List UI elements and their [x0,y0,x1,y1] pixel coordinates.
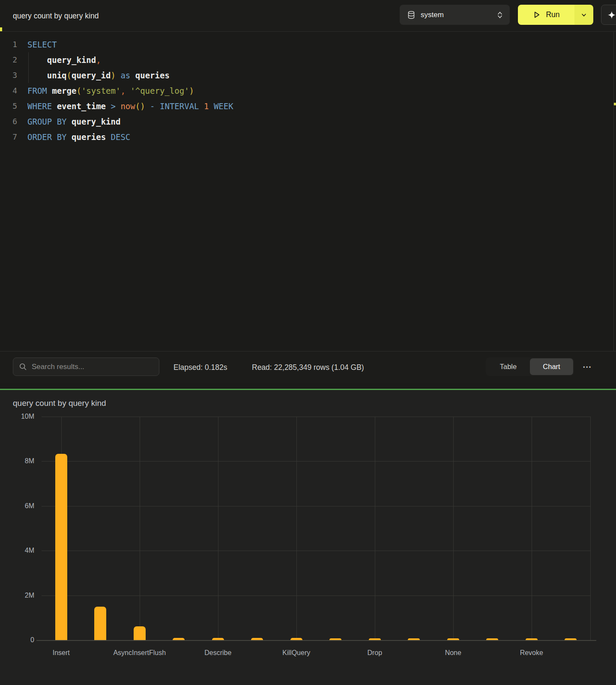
run-options-button[interactable] [574,5,593,25]
gridline-vertical [532,417,532,640]
line-number: 6 [0,114,17,129]
chevron-down-icon [580,12,587,18]
line-number: 5 [0,98,17,114]
x-axis-label: Insert [25,649,98,657]
chart-bar-None[interactable] [447,638,459,640]
search-placeholder: Search results... [32,363,84,371]
gridline-horizontal [42,506,590,506]
gridline-vertical [218,417,218,640]
view-toggle: Table Chart [486,357,574,376]
line-number: 3 [0,68,17,83]
code-line[interactable]: 5WHERE event_time > now() - INTERVAL 1 W… [0,98,616,114]
x-axis-label: None [417,649,490,657]
indent-guide [28,52,29,83]
tab-chart[interactable]: Chart [530,358,573,375]
x-axis-label: Revoke [495,649,568,657]
chart-title: query count by query kind [13,399,106,408]
y-axis-label: 2M [9,592,34,599]
database-icon [407,11,415,19]
x-axis-label: Describe [182,649,254,657]
chart-bar-11[interactable] [486,638,498,640]
editor-scrollbar[interactable] [613,32,614,351]
code-line[interactable]: 4FROM merge('system', '^query_log') [0,83,616,98]
assistant-button[interactable] [601,5,616,25]
chart-bar-Describe[interactable] [212,638,224,640]
chart-bar-Revoke[interactable] [526,638,538,640]
gridline-vertical [590,417,591,640]
search-results-input[interactable]: Search results... [13,357,159,376]
run-button[interactable]: Run [518,5,574,25]
chart-bar-13[interactable] [565,638,577,640]
chart-bar-9[interactable] [408,638,420,640]
line-number: 2 [0,52,17,68]
x-axis-label: Drop [338,649,411,657]
active-tab-indicator [0,27,2,31]
gridline-vertical [140,417,140,640]
elapsed-stat: Elapsed: 0.182s [173,363,227,372]
search-icon [19,363,27,370]
code-text: FROM merge('system', '^query_log') [17,83,194,98]
play-icon [532,11,541,19]
y-axis-label: 4M [9,547,34,554]
gridline-horizontal [42,461,590,462]
y-axis-label: 10M [9,413,34,420]
more-options-button[interactable]: ⋯ [578,357,596,376]
chevron-updown-icon [496,11,504,19]
chart-bar-3[interactable] [173,638,185,640]
chart-bar-7[interactable] [329,638,341,640]
code-text: uniq(query_id) as queries [17,68,170,83]
code-text: SELECT [17,37,57,52]
topbar: query count by query kind system Run [0,0,616,32]
chart-bar-AsyncInsertFlush[interactable] [134,626,146,640]
gridline-vertical [375,417,375,640]
code-text: query_kind, [17,52,101,68]
sql-editor[interactable]: 1SELECT2 query_kind,3 uniq(query_id) as … [0,32,616,351]
gridline-vertical [296,417,297,640]
y-axis-label: 6M [9,502,34,510]
chart-panel: query count by query kind 02M4M6M8M10MIn… [0,390,616,685]
run-button-label: Run [546,10,559,19]
line-number: 1 [0,37,17,52]
code-text: ORDER BY queries DESC [17,129,130,145]
database-selector[interactable]: system [400,5,510,25]
query-title: query count by query kind [13,11,99,20]
read-stat: Read: 22,285,349 rows (1.04 GB) [252,363,364,372]
gridline-horizontal [42,551,590,551]
line-number: 4 [0,83,17,98]
chart-bar-Drop[interactable] [369,638,381,640]
gridline-horizontal [42,596,590,596]
code-text: GROUP BY query_kind [17,114,120,129]
x-axis-line [36,640,596,641]
code-line[interactable]: 7ORDER BY queries DESC [0,129,616,145]
gridline-horizontal [42,417,590,417]
x-axis-label: AsyncInsertFlush [103,649,176,657]
gridline-vertical [453,417,454,640]
chart-bar-Insert[interactable] [55,454,67,640]
chart-bar-5[interactable] [251,638,263,640]
code-text: WHERE event_time > now() - INTERVAL 1 WE… [17,98,233,114]
code-line[interactable]: 3 uniq(query_id) as queries [0,68,616,83]
line-number: 7 [0,129,17,145]
y-axis-label: 8M [9,457,34,465]
y-axis-label: 0 [9,636,34,644]
scrollbar-marker [614,103,616,105]
code-lines: 1SELECT2 query_kind,3 uniq(query_id) as … [0,37,616,145]
chart-bar-KillQuery[interactable] [290,638,302,640]
chart-bar-1[interactable] [94,607,106,640]
code-line[interactable]: 6GROUP BY query_kind [0,114,616,129]
sparkle-icon [607,10,616,20]
code-line[interactable]: 2 query_kind, [0,52,616,68]
tab-table[interactable]: Table [487,358,530,375]
x-axis-label: KillQuery [260,649,333,657]
code-line[interactable]: 1SELECT [0,37,616,52]
database-selector-value: system [421,11,496,19]
results-toolbar: Search results... Elapsed: 0.182s Read: … [0,351,616,383]
